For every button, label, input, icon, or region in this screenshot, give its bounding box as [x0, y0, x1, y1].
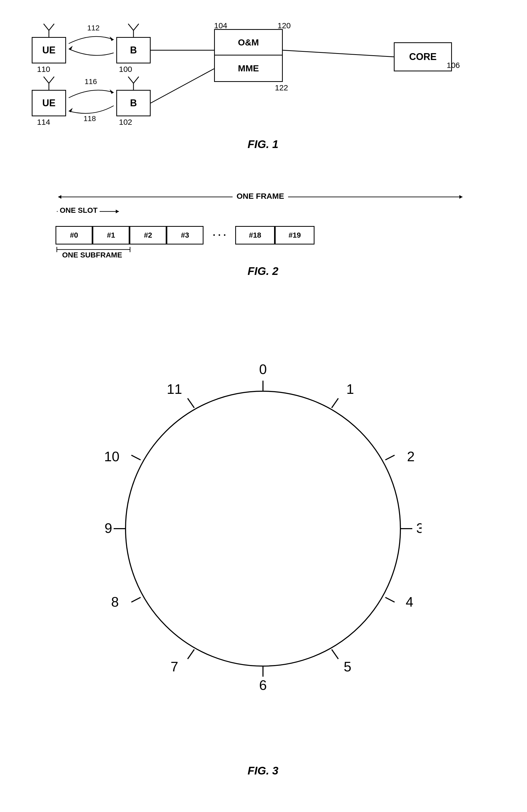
svg-text:3: 3: [416, 520, 422, 536]
fig2-caption: FIG. 2: [248, 265, 279, 277]
svg-text:5: 5: [344, 659, 352, 674]
dots: · · ·: [204, 226, 235, 245]
svg-text:9: 9: [105, 520, 112, 536]
slot-19: #19: [275, 226, 314, 245]
fig3-caption: FIG. 3: [248, 765, 279, 777]
svg-text:1: 1: [347, 381, 354, 397]
svg-marker-27: [116, 209, 119, 213]
svg-point-31: [126, 391, 400, 666]
slot-3: #3: [166, 226, 204, 245]
svg-marker-23: [58, 195, 61, 199]
svg-line-7: [128, 24, 133, 30]
svg-line-10: [128, 77, 133, 83]
svg-text:8: 8: [111, 594, 119, 610]
svg-marker-24: [459, 195, 463, 199]
svg-text:2: 2: [407, 449, 415, 464]
svg-line-54: [188, 398, 194, 408]
svg-line-48: [131, 597, 141, 602]
svg-text:4: 4: [406, 594, 413, 610]
slot-18: #18: [235, 226, 275, 245]
slot-0: #0: [56, 226, 92, 245]
slot-1: #1: [92, 226, 130, 245]
clock-svg: 0 1 2 3 4 5 6 7 8: [104, 312, 422, 748]
slots-row: #0 #1 #2 #3 · · · #18 #19: [56, 226, 465, 245]
svg-line-46: [188, 650, 194, 659]
page: UE 110 UE 114 B 100 B 102 O&M MME 104 12…: [0, 0, 527, 812]
subframe-label: ONE SUBFRAME: [62, 251, 122, 259]
fig3-container: 0 1 2 3 4 5 6 7 8: [16, 301, 510, 782]
svg-line-52: [131, 455, 141, 460]
svg-line-40: [385, 597, 395, 602]
svg-line-11: [133, 77, 139, 83]
fig1-container: UE 110 UE 114 B 100 B 102 O&M MME 104 12…: [16, 16, 510, 153]
svg-marker-13: [69, 46, 73, 50]
svg-line-21: [283, 50, 394, 57]
frame-diagram: ONE FRAME ONE SLOT #0 #1 #2 #3 · · · #18: [56, 190, 465, 259]
fig1-caption: FIG. 1: [248, 138, 279, 151]
slot-2: #2: [130, 226, 166, 245]
frame-label: ONE FRAME: [233, 192, 288, 201]
svg-text:7: 7: [171, 659, 178, 674]
svg-line-5: [49, 77, 54, 83]
svg-line-42: [332, 650, 338, 659]
svg-line-4: [44, 77, 49, 83]
svg-line-8: [133, 24, 139, 30]
fig1-svg: 112 116 118: [16, 16, 510, 153]
svg-line-2: [49, 24, 54, 30]
svg-text:6: 6: [259, 678, 267, 693]
svg-line-36: [385, 455, 395, 460]
svg-text:116: 116: [85, 77, 97, 86]
svg-line-20: [151, 69, 214, 103]
svg-text:0: 0: [259, 362, 267, 377]
svg-text:11: 11: [167, 381, 182, 397]
svg-text:118: 118: [84, 114, 96, 122]
slot-label: ONE SLOT: [58, 206, 100, 215]
fig2-container: ONE FRAME ONE SLOT #0 #1 #2 #3 · · · #18: [16, 180, 510, 280]
svg-line-34: [332, 398, 338, 408]
svg-text:112: 112: [87, 24, 100, 32]
svg-line-1: [44, 24, 49, 30]
svg-text:10: 10: [104, 449, 119, 464]
